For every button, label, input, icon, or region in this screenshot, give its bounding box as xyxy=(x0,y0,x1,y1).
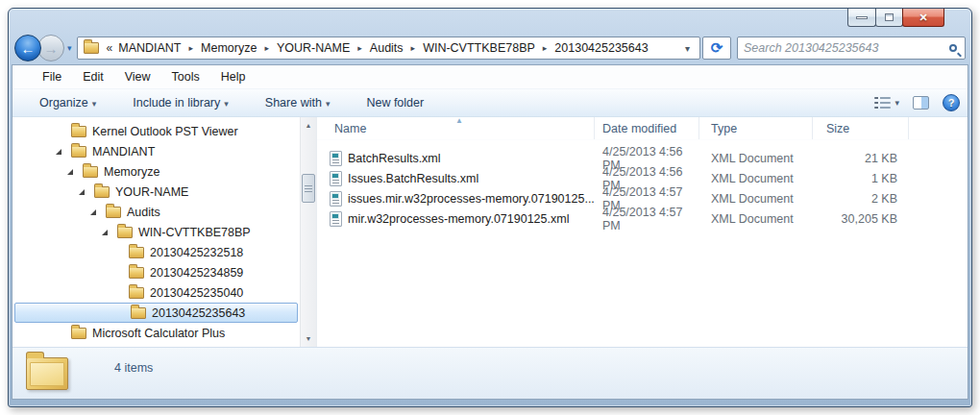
change-view-icon[interactable] xyxy=(874,96,891,110)
tree-item[interactable]: Kernel Outlook PST Viewer xyxy=(12,121,300,141)
file-row[interactable]: mir.w32processes-memory.07190125.xml 4/2… xyxy=(317,208,968,229)
expander-icon[interactable] xyxy=(54,148,61,156)
tree-item[interactable]: Memoryze xyxy=(12,161,300,182)
breadcrumb-item[interactable]: 20130425235643 xyxy=(552,41,649,55)
restore-button[interactable] xyxy=(875,9,903,27)
tree-item-label: WIN-CVTTKBE78BP xyxy=(138,226,251,239)
breadcrumb-item[interactable]: YOUR-NAME xyxy=(275,41,352,55)
item-count: 4 items xyxy=(114,361,153,375)
breadcrumb-separator-icon[interactable]: ▸ xyxy=(352,43,368,53)
back-button[interactable]: ← xyxy=(14,35,41,61)
breadcrumb-separator-icon[interactable]: ▸ xyxy=(258,43,275,53)
expander-icon[interactable] xyxy=(100,229,108,236)
xml-document-icon xyxy=(330,171,342,186)
menu-file[interactable]: File xyxy=(32,68,72,85)
preview-pane-icon[interactable] xyxy=(913,96,929,110)
minimize-button[interactable] xyxy=(847,9,876,27)
tree-item[interactable]: 20130425232518 xyxy=(12,242,300,262)
recent-pages-dropdown[interactable]: ▾ xyxy=(67,43,72,53)
tree-item-label: 20130425232518 xyxy=(150,246,243,259)
file-size: 2 KB xyxy=(813,192,909,206)
folder-icon xyxy=(129,267,144,279)
sort-ascending-icon: ▲ xyxy=(455,116,463,125)
tree-item[interactable]: Microsoft Calculator Plus xyxy=(12,323,300,343)
breadcrumb-item[interactable]: Audits xyxy=(368,41,405,55)
folder-icon xyxy=(106,207,121,218)
tree-item-label: 20130425234859 xyxy=(150,266,243,280)
share-with-button[interactable]: Share with▾ xyxy=(256,93,340,112)
search-input[interactable] xyxy=(744,41,949,55)
search-icon[interactable] xyxy=(949,44,957,52)
breadcrumb-item[interactable]: Memoryze xyxy=(199,41,258,55)
expander-icon[interactable] xyxy=(77,188,85,196)
toolbar-right-group: ▾ ? xyxy=(874,94,960,111)
tree-item[interactable]: Audits xyxy=(12,202,300,222)
include-in-library-button[interactable]: Include in library▾ xyxy=(123,93,238,112)
menu-tools[interactable]: Tools xyxy=(161,68,210,85)
expander-icon[interactable] xyxy=(88,208,96,216)
tree-item-label: 20130425235040 xyxy=(150,286,243,300)
menu-bar: File Edit View Tools Help xyxy=(12,65,968,88)
tree-item-selected[interactable]: 20130425235643 xyxy=(14,303,298,323)
file-name: Issues.BatchResults.xml xyxy=(348,172,478,185)
folder-icon xyxy=(71,328,86,339)
menu-edit[interactable]: Edit xyxy=(72,68,114,85)
details-pane: 4 items xyxy=(12,347,968,399)
tree-item-label: MANDIANT xyxy=(92,145,155,159)
scrollbar-thumb[interactable] xyxy=(302,174,315,203)
column-header-size[interactable]: Size xyxy=(813,117,909,139)
forward-button[interactable]: → xyxy=(37,35,64,61)
minimize-icon xyxy=(856,16,868,19)
organize-button[interactable]: Organize▾ xyxy=(30,93,106,112)
tree-scrollbar[interactable]: ▲ ▼ xyxy=(300,117,316,347)
address-bar[interactable]: « MANDIANT ▸ Memoryze ▸ YOUR-NAME ▸ Audi… xyxy=(77,37,700,60)
file-name: BatchResults.xml xyxy=(348,152,441,165)
folder-icon xyxy=(129,287,144,299)
forward-arrow-icon: → xyxy=(44,40,59,57)
file-date-modified: 4/25/2013 4:57 PM xyxy=(595,206,699,232)
content-area: Kernel Outlook PST Viewer MANDIANT Memor… xyxy=(12,117,968,347)
tree-item[interactable]: WIN-CVTTKBE78BP xyxy=(12,222,300,242)
refresh-button[interactable]: ⟳ xyxy=(702,37,731,60)
chevron-down-icon: ▾ xyxy=(326,99,331,109)
menu-view[interactable]: View xyxy=(114,68,161,85)
breadcrumb-overflow-icon[interactable]: « xyxy=(101,41,117,55)
column-header-type[interactable]: Type xyxy=(699,117,813,139)
tree-item[interactable]: MANDIANT xyxy=(12,141,300,161)
breadcrumb-separator-icon[interactable]: ▸ xyxy=(405,43,422,53)
help-glyph: ? xyxy=(948,97,955,109)
expander-icon[interactable] xyxy=(65,168,73,176)
close-button[interactable]: ✕ xyxy=(902,9,944,27)
column-header-date-modified[interactable]: Date modified xyxy=(595,117,699,139)
folder-icon xyxy=(94,186,110,198)
folder-icon xyxy=(117,227,133,238)
close-icon: ✕ xyxy=(919,12,927,24)
breadcrumb-separator-icon[interactable]: ▸ xyxy=(184,43,200,53)
column-headers: ▲ Name Date modified Type Size xyxy=(317,117,968,140)
breadcrumb-separator-icon[interactable]: ▸ xyxy=(537,43,553,53)
new-folder-button[interactable]: New folder xyxy=(356,93,433,112)
menu-help[interactable]: Help xyxy=(210,68,257,85)
address-dropdown-icon[interactable]: ▾ xyxy=(679,43,696,54)
views-dropdown-icon[interactable]: ▾ xyxy=(894,98,899,108)
tree-item[interactable]: 20130425235040 xyxy=(12,282,300,303)
tree-item-label: Kernel Outlook PST Viewer xyxy=(92,125,238,138)
folder-icon xyxy=(131,307,146,319)
scrollbar-track[interactable] xyxy=(301,134,316,330)
back-arrow-icon: ← xyxy=(21,40,36,57)
file-size: 21 KB xyxy=(813,152,909,165)
scroll-up-icon[interactable]: ▲ xyxy=(301,117,316,134)
breadcrumb-item[interactable]: WIN-CVTTKBE78BP xyxy=(421,41,537,55)
file-size: 1 KB xyxy=(813,172,909,185)
folder-icon xyxy=(71,126,86,137)
help-icon[interactable]: ? xyxy=(943,94,960,111)
folder-icon xyxy=(71,146,86,158)
breadcrumb-item[interactable]: MANDIANT xyxy=(116,41,183,55)
file-type: XML Document xyxy=(699,172,813,185)
file-rows: BatchResults.xml 4/25/2013 4:56 PM XML D… xyxy=(317,140,968,229)
scroll-down-icon[interactable]: ▼ xyxy=(301,330,316,347)
tree-item[interactable]: YOUR-NAME xyxy=(12,182,300,202)
command-bar: Organize▾ Include in library▾ Share with… xyxy=(12,88,968,117)
tree-item[interactable]: 20130425234859 xyxy=(12,262,300,282)
file-type: XML Document xyxy=(699,192,813,206)
